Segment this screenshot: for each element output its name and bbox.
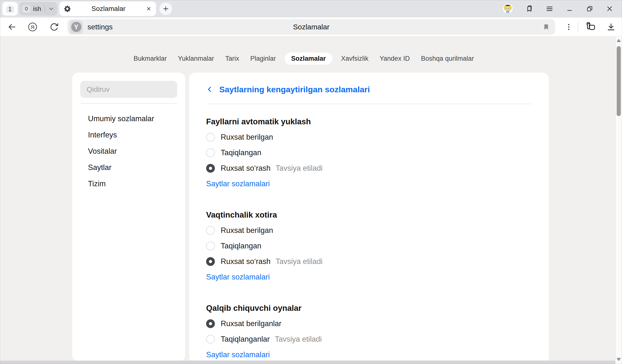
radio-note: Tavsiya etiladi [275, 335, 322, 344]
yandex-logo-letter: Я [31, 24, 34, 30]
tab-strip-right-controls [503, 4, 613, 14]
tab-group-label: ish [33, 5, 41, 13]
yandex-logo-icon[interactable]: Я [28, 22, 38, 32]
search-input[interactable] [87, 85, 171, 93]
downloads-icon[interactable] [606, 22, 616, 32]
radio-note: Tavsiya etiladi [276, 257, 323, 266]
bookmarks-panel-icon[interactable] [525, 5, 533, 13]
active-tab[interactable]: Sozlamalar [59, 1, 156, 16]
tab-group-chip[interactable]: 0 ish [19, 2, 57, 16]
sidebar-item-label: Saytlar [88, 163, 111, 172]
minimize-icon[interactable] [566, 5, 573, 12]
restore-icon[interactable] [586, 5, 593, 12]
back-icon[interactable] [7, 22, 17, 32]
radio-label: Ruxsat berilgan [221, 226, 273, 235]
radio-row[interactable]: Taqiqlangan [206, 238, 532, 254]
radio-label: Taqiqlanganlar [221, 335, 270, 344]
radio-label: Ruxsat so‘rash [221, 164, 271, 173]
radio-row[interactable]: Ruxsat berilgan [206, 223, 532, 238]
section-title: Vaqtinchalik xotira [206, 210, 277, 219]
new-tab-button[interactable] [159, 2, 172, 15]
radio-label: Taqiqlangan [221, 242, 261, 250]
radio-button[interactable] [206, 148, 215, 157]
radio-note: Tavsiya etiladi [276, 164, 323, 173]
radio-label: Ruxsat so‘rash [221, 257, 271, 266]
nav-tab-bukmarklar[interactable]: Bukmarklar [134, 55, 167, 62]
sidebar-divider [80, 103, 177, 104]
radio-row[interactable]: Taqiqlanganlar Tavsiya etiladi [206, 331, 532, 347]
radio-button-selected[interactable] [206, 257, 215, 266]
nav-tab-yandex-id[interactable]: Yandex ID [380, 55, 410, 62]
sidebar-list: Umumiy sozlamalar Interfeys Vositalar Sa… [80, 110, 177, 192]
sidebar-search[interactable] [80, 81, 177, 98]
radio-row[interactable]: Ruxsat so‘rash Tavsiya etiladi [206, 161, 532, 176]
settings-main-panel: Saytlarning kengaytirilgan sozlamalari F… [189, 73, 549, 360]
profile-avatar[interactable] [503, 4, 513, 14]
scrollbar[interactable] [615, 36, 622, 364]
radio-button[interactable] [206, 226, 215, 235]
section-fayllarni-avtomatik-yuklash: Fayllarni avtomatik yuklash Ruxsat beril… [206, 114, 532, 192]
scroll-down-icon[interactable] [617, 358, 621, 361]
more-options-icon[interactable] [566, 23, 572, 31]
section-title: Fayllarni avtomatik yuklash [206, 117, 311, 126]
tab-close-icon[interactable] [146, 6, 152, 12]
tab-counter-badge: 1 [6, 5, 14, 13]
radio-row[interactable]: Ruxsat so‘rash Tavsiya etiladi [206, 254, 532, 269]
toolbar-separator [578, 22, 578, 32]
reload-icon[interactable] [50, 23, 58, 31]
scrollbar-thumb[interactable] [617, 46, 621, 116]
sidebar-item-saytlar[interactable]: Saytlar [80, 159, 177, 176]
site-settings-link[interactable]: Saytlar sozlamalari [206, 273, 270, 281]
nav-tab-tarix[interactable]: Tarix [225, 55, 239, 62]
nav-tab-xavfsizlik[interactable]: Xavfsizlik [341, 55, 369, 62]
radio-button[interactable] [206, 133, 215, 142]
tab-group-separator [44, 5, 45, 12]
nav-tab-boshqa-qurilmalar[interactable]: Boshqa qurilmalar [421, 55, 474, 62]
page-title[interactable]: Saytlarning kengaytirilgan sozlamalari [219, 85, 370, 94]
radio-row[interactable]: Ruxsat berilganlar [206, 316, 532, 331]
back-chevron-icon[interactable] [206, 86, 214, 93]
sidebar-item-vositalar[interactable]: Vositalar [80, 143, 177, 159]
radio-label: Ruxsat berilgan [221, 133, 273, 142]
nav-tab-sozlamalar[interactable]: Sozlamalar [285, 53, 332, 65]
nav-tab-plaginlar[interactable]: Plaginlar [250, 55, 276, 62]
password-manager-icon[interactable] [585, 21, 596, 33]
tab-counter-value: 1 [8, 6, 12, 13]
radio-row[interactable]: Taqiqlangan [206, 145, 532, 161]
active-tab-title: Sozlamalar [71, 5, 146, 13]
radio-button[interactable] [206, 242, 215, 250]
chevron-down-icon[interactable] [48, 6, 54, 12]
tab-group-count: 0 [25, 6, 28, 12]
tab-group-count-badge: 0 [22, 5, 30, 13]
radio-button-selected[interactable] [206, 164, 215, 173]
site-settings-link[interactable]: Saytlar sozlamalari [206, 350, 270, 359]
browser-toolbar: Я Y settings Sozlamalar [0, 18, 622, 36]
radio-label: Ruxsat berilganlar [221, 319, 281, 328]
scroll-up-icon[interactable] [617, 39, 621, 42]
radio-row[interactable]: Ruxsat berilgan [206, 129, 532, 145]
sidebar-item-tizim[interactable]: Tizim [80, 176, 177, 192]
main-header: Saytlarning kengaytirilgan sozlamalari [206, 84, 532, 95]
url-text[interactable]: settings [88, 23, 113, 31]
settings-nav-tabs: Bukmarklar Yuklanmalar Tarix Plaginlar S… [0, 53, 607, 65]
settings-sidebar: Umumiy sozlamalar Interfeys Vositalar Sa… [72, 73, 185, 361]
section-title: Qalqib chiquvchi oynalar [206, 304, 301, 313]
address-bar[interactable]: Y settings Sozlamalar [67, 19, 555, 35]
radio-button-selected[interactable] [206, 319, 215, 328]
sidebar-item-umumiy-sozlamalar[interactable]: Umumiy sozlamalar [80, 110, 177, 127]
tab-strip: 1 0 ish Sozlamalar [0, 0, 622, 18]
section-qalqib-chiquvchi-oynalar: Qalqib chiquvchi oynalar Ruxsat berilgan… [206, 300, 532, 360]
site-settings-link[interactable]: Saytlar sozlamalari [206, 180, 270, 188]
radio-button[interactable] [206, 335, 215, 344]
radio-label: Taqiqlangan [221, 148, 261, 157]
site-favicon-letter: Y [71, 22, 81, 32]
close-window-icon[interactable] [606, 5, 613, 12]
site-favicon-badge: Y [70, 20, 83, 34]
nav-tab-yuklanmalar[interactable]: Yuklanmalar [178, 55, 214, 62]
window-tab-counter[interactable]: 1 [2, 2, 18, 16]
sidebar-item-label: Interfeys [88, 131, 117, 139]
menu-icon[interactable] [546, 5, 553, 13]
bookmark-star-icon[interactable] [543, 23, 550, 31]
sidebar-item-interfeys[interactable]: Interfeys [80, 127, 177, 143]
header-divider [206, 104, 532, 104]
